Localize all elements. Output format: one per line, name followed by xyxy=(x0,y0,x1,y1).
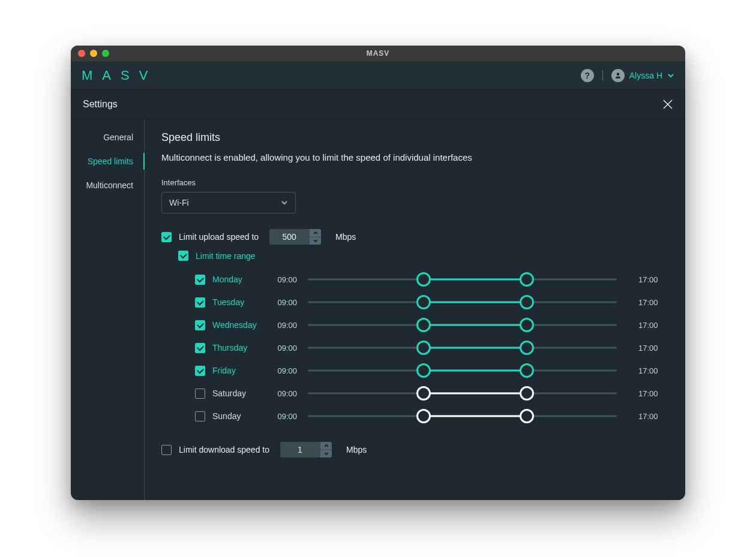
chevron-down-icon xyxy=(667,72,674,79)
upload-limit-checkbox[interactable] xyxy=(161,232,172,242)
download-speed-stepper xyxy=(320,442,332,457)
day-time-slider[interactable] xyxy=(308,365,617,377)
slider-handle-start[interactable] xyxy=(416,272,431,287)
day-label: Tuesday xyxy=(212,297,244,307)
day-start-time: 09:00 xyxy=(267,321,297,330)
day-time-slider[interactable] xyxy=(308,296,617,308)
window-title: MASV xyxy=(71,49,685,58)
fullscreen-window-button[interactable] xyxy=(102,50,109,57)
slider-handle-start[interactable] xyxy=(416,295,431,309)
slider-handle-start[interactable] xyxy=(416,341,431,355)
slider-handle-start[interactable] xyxy=(416,318,431,332)
slider-handle-end[interactable] xyxy=(520,363,534,378)
stepper-down-button[interactable] xyxy=(309,237,321,245)
days-list: Monday09:0017:00Tuesday09:0017:00Wednesd… xyxy=(178,268,668,427)
slider-handle-start[interactable] xyxy=(416,409,431,423)
day-checkbox-sunday[interactable] xyxy=(195,411,205,421)
day-toggle-saturday: Saturday xyxy=(195,389,267,399)
day-checkbox-wednesday[interactable] xyxy=(195,320,205,330)
user-name: Alyssa H xyxy=(629,71,662,80)
sidebar-item-general[interactable]: General xyxy=(71,125,144,149)
day-checkbox-tuesday[interactable] xyxy=(195,297,205,308)
day-time-slider[interactable] xyxy=(308,273,617,285)
day-label: Sunday xyxy=(212,411,241,421)
app-header: MASV ? Alyssa H xyxy=(71,61,685,90)
day-end-time: 17:00 xyxy=(638,298,668,307)
day-end-time: 17:00 xyxy=(638,366,668,375)
user-menu[interactable]: Alyssa H xyxy=(611,69,674,82)
close-window-button[interactable] xyxy=(78,50,85,57)
slider-handle-end[interactable] xyxy=(520,386,534,401)
day-start-time: 09:00 xyxy=(267,298,297,307)
day-row-wednesday: Wednesday09:0017:00 xyxy=(195,314,668,336)
download-limit-row: Limit download speed to Mbps xyxy=(161,442,668,457)
day-label: Friday xyxy=(212,366,236,375)
day-label: Wednesday xyxy=(212,320,257,330)
slider-handle-end[interactable] xyxy=(520,295,534,309)
close-icon[interactable] xyxy=(662,99,673,110)
day-label: Monday xyxy=(212,275,242,284)
sidebar-item-speed-limits[interactable]: Speed limits xyxy=(71,149,144,173)
day-toggle-tuesday: Tuesday xyxy=(195,297,267,308)
day-row-sunday: Sunday09:0017:00 xyxy=(195,405,668,427)
download-speed-input[interactable] xyxy=(280,442,320,457)
download-limit-checkbox[interactable] xyxy=(161,445,172,455)
help-icon[interactable]: ? xyxy=(581,69,594,82)
slider-handle-end[interactable] xyxy=(520,272,534,287)
upload-speed-field xyxy=(269,229,321,245)
window-controls xyxy=(78,50,109,57)
upload-limit-label: Limit upload speed to xyxy=(179,232,259,242)
slider-handle-start[interactable] xyxy=(416,386,431,401)
minimize-window-button[interactable] xyxy=(90,50,97,57)
slider-handle-start[interactable] xyxy=(416,363,431,378)
app-window: MASV MASV ? Alyssa H Settings GeneralS xyxy=(71,46,685,500)
day-start-time: 09:00 xyxy=(267,389,297,398)
avatar-icon xyxy=(611,69,625,82)
interfaces-select[interactable]: Wi-Fi xyxy=(161,192,296,213)
day-time-slider[interactable] xyxy=(308,387,617,399)
day-time-slider[interactable] xyxy=(308,342,617,354)
day-toggle-sunday: Sunday xyxy=(195,411,267,421)
download-limit-label: Limit download speed to xyxy=(179,445,269,454)
day-checkbox-monday[interactable] xyxy=(195,275,205,285)
stepper-down-button[interactable] xyxy=(320,450,332,458)
day-toggle-monday: Monday xyxy=(195,275,267,285)
stepper-up-button[interactable] xyxy=(309,229,321,237)
settings-sidebar: GeneralSpeed limitsMulticonnect xyxy=(71,119,145,500)
interfaces-select-value: Wi-Fi xyxy=(169,198,189,207)
day-checkbox-friday[interactable] xyxy=(195,366,205,376)
day-end-time: 17:00 xyxy=(638,389,668,398)
upload-speed-unit: Mbps xyxy=(335,232,356,242)
pane-heading: Speed limits xyxy=(161,131,668,144)
day-checkbox-thursday[interactable] xyxy=(195,343,205,353)
download-speed-unit: Mbps xyxy=(346,445,367,454)
day-end-time: 17:00 xyxy=(638,275,668,284)
app-logo: MASV xyxy=(82,68,157,83)
chevron-down-icon xyxy=(281,199,288,206)
day-toggle-wednesday: Wednesday xyxy=(195,320,267,330)
day-checkbox-saturday[interactable] xyxy=(195,389,205,399)
titlebar: MASV xyxy=(71,46,685,61)
upload-limit-row: Limit upload speed to Mbps xyxy=(161,229,668,245)
day-start-time: 09:00 xyxy=(267,344,297,353)
day-row-friday: Friday09:0017:00 xyxy=(195,359,668,382)
day-start-time: 09:00 xyxy=(267,412,297,421)
stepper-up-button[interactable] xyxy=(320,442,332,450)
day-time-slider[interactable] xyxy=(308,319,617,331)
day-toggle-thursday: Thursday xyxy=(195,343,267,353)
day-row-monday: Monday09:0017:00 xyxy=(195,268,668,291)
day-start-time: 09:00 xyxy=(267,366,297,375)
time-range-checkbox[interactable] xyxy=(178,251,188,261)
day-end-time: 17:00 xyxy=(638,412,668,421)
header-actions: ? Alyssa H xyxy=(581,69,674,82)
upload-speed-input[interactable] xyxy=(269,229,309,245)
interfaces-label: Interfaces xyxy=(161,178,668,187)
sidebar-item-multiconnect[interactable]: Multiconnect xyxy=(71,173,144,197)
slider-handle-end[interactable] xyxy=(520,318,534,332)
day-time-slider[interactable] xyxy=(308,410,617,422)
slider-handle-end[interactable] xyxy=(520,409,534,423)
time-range-label: Limit time range xyxy=(196,251,256,261)
time-range-section: Limit time range Monday09:0017:00Tuesday… xyxy=(161,251,668,427)
settings-title: Settings xyxy=(83,99,118,110)
slider-handle-end[interactable] xyxy=(520,341,534,355)
